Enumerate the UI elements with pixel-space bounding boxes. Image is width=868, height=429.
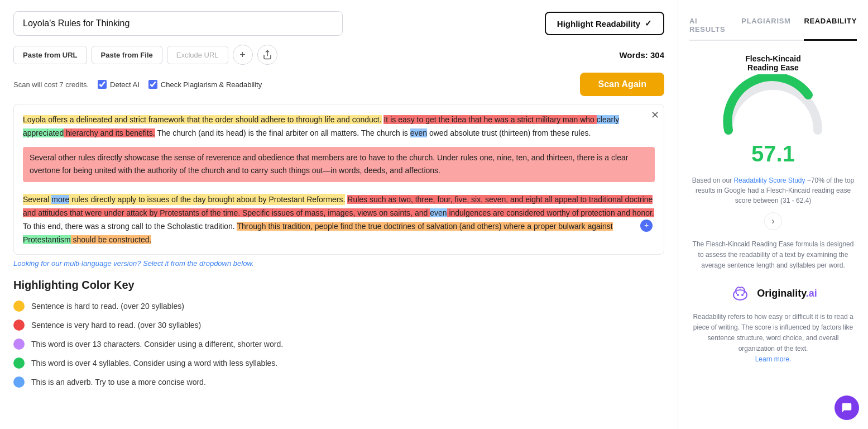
color-dot-purple: [13, 339, 25, 350]
add-button[interactable]: +: [233, 45, 253, 65]
plagiarism-checkbox[interactable]: [148, 80, 157, 89]
tab-plagiarism[interactable]: PLAGIARISM: [741, 11, 790, 41]
color-key-label-red: Sentence is very hard to read. (over 30 …: [31, 321, 201, 330]
highlight-label: Highlight Readability: [557, 19, 640, 28]
scan-again-button[interactable]: Scan Again: [580, 73, 664, 96]
add-content-button[interactable]: +: [640, 220, 653, 232]
document-title-input[interactable]: [13, 11, 343, 36]
highlight-orange-1: Through this tradition, people find the …: [23, 222, 613, 244]
word-count: Words: 304: [619, 50, 664, 60]
paragraph-1: Loyola offers a delineated and strict fr…: [23, 113, 655, 140]
color-key-item-yellow: Sentence is hard to read. (over 20 sylla…: [13, 301, 664, 312]
highlight-green-2: Protestantism: [23, 235, 71, 244]
paste-from-file-button[interactable]: Paste from File: [92, 46, 162, 64]
highlight-green-1: appreciated: [23, 128, 64, 137]
chat-icon: [841, 402, 853, 414]
originality-logo-icon: [729, 283, 751, 305]
next-button[interactable]: ›: [764, 212, 782, 230]
color-key-item-red: Sentence is very hard to read. (over 30 …: [13, 320, 664, 331]
sidebar: AI RESULTS PLAGIARISM READABILITY Flesch…: [678, 0, 868, 429]
color-key-label-green: This word is over 4 syllables. Consider …: [31, 359, 277, 368]
paragraph-2: Several other rules directly showcase th…: [23, 147, 655, 183]
color-dot-red: [13, 320, 25, 331]
color-key-label-purple: This word is over 13 characters. Conside…: [31, 340, 283, 349]
logo-text: Originality.ai: [757, 288, 817, 299]
highlight-blue-1: clearly: [597, 115, 619, 124]
highlight-yellow-3: Several more rules directly apply to iss…: [23, 194, 345, 205]
highlight-yellow-1: Loyola offers a delineated and strict fr…: [23, 115, 382, 124]
color-dot-green: [13, 358, 25, 369]
text-display: ✕ Loyola offers a delineated and strict …: [13, 104, 664, 255]
paste-from-url-button[interactable]: Paste from URL: [13, 46, 87, 64]
gauge-description: Based on our Readability Score Study ~70…: [689, 175, 857, 206]
close-button[interactable]: ✕: [651, 109, 659, 121]
share-icon: [262, 50, 272, 60]
color-key-title: Highlighting Color Key: [13, 279, 664, 292]
readability-description: Readability refers to how easy or diffic…: [689, 312, 857, 365]
gauge-score: 57.1: [751, 141, 795, 166]
plagiarism-checkbox-label[interactable]: Check Plagiarism & Readability: [148, 80, 262, 89]
chat-bubble-button[interactable]: [835, 395, 859, 420]
multilang-note: Looking for our multi-language version? …: [13, 259, 664, 268]
share-button[interactable]: [257, 45, 277, 65]
svg-point-3: [741, 294, 744, 296]
color-key-label-blue: This is an adverb. Try to use a more con…: [31, 378, 206, 387]
color-key-item-blue: This is an adverb. Try to use a more con…: [13, 376, 664, 388]
learn-more-link[interactable]: Learn more.: [755, 355, 792, 363]
color-key-item-green: This word is over 4 syllables. Consider …: [13, 358, 664, 369]
formula-description: The Flesch-Kincaid Reading Ease formula …: [689, 239, 857, 271]
detect-ai-checkbox[interactable]: [98, 80, 107, 89]
highlight-blue-4: even: [430, 208, 447, 217]
svg-point-2: [737, 294, 739, 296]
tab-ai-results[interactable]: AI RESULTS: [689, 11, 728, 41]
readability-study-link[interactable]: Readability Score Study: [733, 177, 805, 184]
detect-ai-checkbox-label[interactable]: Detect AI: [98, 80, 140, 89]
gauge-title: Flesch-KincaidReading Ease: [745, 54, 801, 72]
highlight-readability-button[interactable]: Highlight Readability ✓: [545, 12, 664, 35]
plagiarism-label: Check Plagiarism & Readability: [161, 80, 262, 89]
gauge-chart: [717, 74, 829, 141]
highlight-blue-2: even: [410, 128, 427, 137]
color-key-item-purple: This word is over 13 characters. Conside…: [13, 339, 664, 350]
color-key-label-yellow: Sentence is hard to read. (over 20 sylla…: [31, 302, 184, 311]
credits-text: Scan will cost 7 credits.: [13, 80, 89, 89]
detect-ai-label: Detect AI: [110, 80, 140, 89]
color-dot-blue: [13, 376, 25, 388]
tab-readability[interactable]: READABILITY: [804, 11, 857, 41]
highlight-blue-3: more: [51, 195, 69, 204]
exclude-url-button[interactable]: Exclude URL: [167, 46, 228, 64]
check-icon: ✓: [645, 18, 652, 28]
color-key-list: Sentence is hard to read. (over 20 sylla…: [13, 301, 664, 388]
sidebar-tabs: AI RESULTS PLAGIARISM READABILITY: [689, 11, 857, 41]
logo-area: Originality.ai: [689, 283, 857, 305]
color-dot-yellow: [13, 301, 25, 312]
gauge-container: Flesch-KincaidReading Ease 57.1: [689, 54, 857, 166]
paragraph-3: Several more rules directly apply to iss…: [23, 189, 655, 251]
